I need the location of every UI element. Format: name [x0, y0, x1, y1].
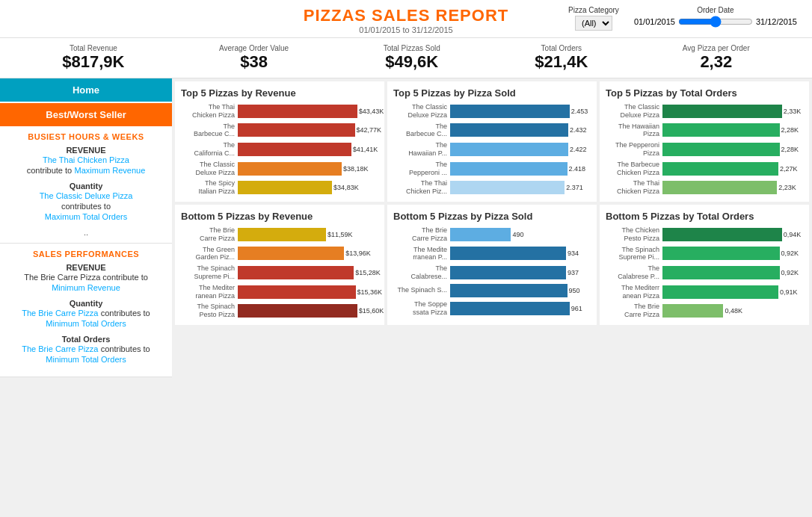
revenue-contrib-text: contribute to — [27, 166, 73, 175]
bar-label: The Barbecue Chicken Pizza — [606, 161, 659, 177]
bar-row: The Hawaiian P...2.422 — [393, 141, 591, 158]
bottom-revenue-card: Bottom 5 Pizzas by Revenue The Brie Carr… — [175, 205, 384, 325]
bar-fill — [450, 266, 566, 279]
top-sold-chart: The Classic Deluxe Pizza2.453The Barbecu… — [393, 103, 591, 196]
bar-fill — [238, 228, 326, 241]
metric-avg-pizza-per-order: Avg Pizza per Order2,32 — [683, 44, 750, 72]
bar-fill — [662, 266, 780, 279]
revenue-subtitle: REVENUE — [7, 146, 164, 155]
bar-fill — [662, 162, 778, 176]
bar-value: 950 — [568, 287, 579, 294]
bar-value: 0,91K — [780, 288, 798, 296]
bar-value: 2.422 — [570, 146, 587, 153]
bar-value: 2.371 — [566, 184, 583, 191]
bar-row: The Soppe ssata Pizza961 — [393, 300, 591, 317]
bar-row: The California C...$41,41K — [181, 141, 378, 158]
min-total-orders-link2[interactable]: Minimum Total Orders — [46, 355, 126, 364]
date-range-slider[interactable] — [678, 16, 753, 28]
header: PIZZAS SALES REPORT 01/01/2015 to 31/12/… — [0, 0, 812, 78]
top-sold-title: Top 5 Pizzas by Pizza Sold — [393, 87, 591, 99]
bar-value: 937 — [568, 269, 579, 276]
bar-value: 0,94K — [784, 231, 802, 238]
bar-label: The Soppe ssata Pizza — [393, 300, 447, 317]
sales-qty-pizza-link[interactable]: The Brie Carre Pizza — [22, 309, 98, 318]
top-revenue-title: Top 5 Pizzas by Revenue — [181, 87, 378, 99]
bar-fill — [238, 181, 332, 194]
bar-value: $43,43K — [359, 108, 384, 115]
top-orders-chart: The Classic Deluxe Pizza2,33KThe Hawaiia… — [606, 103, 803, 196]
revenue-pizza-link[interactable]: The Thai Chicken Pizza — [43, 155, 129, 164]
bar-label: The Barbecue C... — [393, 123, 447, 139]
bar-fill — [662, 143, 780, 156]
quantity-pizza-link[interactable]: The Classic Deluxe Pizza — [40, 191, 133, 200]
bar-fill — [662, 285, 778, 299]
bar-fill — [238, 123, 355, 137]
bar-value: 2.418 — [568, 165, 585, 173]
bar-value: $13,96K — [345, 250, 371, 257]
bar-value: 934 — [568, 250, 579, 257]
bar-value: $15,60K — [359, 307, 384, 315]
bar-label: The Thai Chicken Pizza — [606, 179, 659, 196]
bar-value: 2,27K — [780, 165, 798, 173]
date-start: 01/01/2015 — [634, 17, 675, 26]
bar-fill — [662, 181, 777, 194]
top-orders-title: Top 5 Pizzas by Total Orders — [606, 87, 803, 99]
top-revenue-chart: The Thai Chicken Pizza$43,43KThe Barbecu… — [181, 103, 378, 196]
bar-value: 2,23K — [778, 184, 796, 191]
min-revenue-link[interactable]: Minimum Revenue — [52, 283, 120, 292]
bar-fill — [662, 105, 782, 118]
metric-total-revenue: Total Revenue$817,9K — [62, 44, 124, 72]
bar-row: The Thai Chicken Piz...2.371 — [393, 179, 591, 196]
bar-fill — [450, 105, 570, 118]
bar-row: The Pepperoni ...2.418 — [393, 161, 591, 177]
best-worst-nav[interactable]: Best/Worst Seller — [0, 103, 172, 126]
bar-row: The Spinach Supreme Pi...0,92K — [606, 246, 803, 262]
bar-fill — [238, 143, 351, 156]
bar-row: The Mediter ranean Pizza$15,36K — [181, 284, 378, 300]
bar-fill — [450, 162, 568, 176]
bar-fill — [662, 123, 780, 137]
bar-fill — [238, 304, 357, 318]
max-orders-link[interactable]: Maximum Total Orders — [45, 212, 127, 221]
sales-rev-text: The Brie Carre Pizza contribute to — [24, 273, 148, 282]
bar-value: $11,59K — [327, 231, 353, 238]
bar-row: The Spicy Italian Pizza$34,83K — [181, 179, 378, 196]
top-revenue-card: Top 5 Pizzas by Revenue The Thai Chicken… — [175, 81, 384, 202]
date-end: 31/12/2015 — [756, 17, 797, 26]
bar-label: The Medite rranean P... — [393, 246, 447, 262]
bar-label: The Mediterr anean Pizza — [606, 284, 659, 300]
bar-label: The Spinach Pesto Pizza — [181, 303, 235, 319]
sales-qty-title: Quantity — [7, 299, 164, 308]
bar-fill — [450, 143, 568, 156]
bottom-sold-chart: The Brie Carre Pizza490The Medite rranea… — [393, 226, 591, 316]
bar-label: The Thai Chicken Pizza — [181, 103, 235, 120]
bar-label: The Spicy Italian Pizza — [181, 179, 235, 196]
home-nav[interactable]: Home — [0, 78, 172, 102]
bar-fill — [450, 284, 568, 297]
bar-row: The Classic Deluxe Pizza$38,18K — [181, 161, 378, 177]
max-revenue-link[interactable]: Maximum Revenue — [75, 166, 146, 175]
bar-label: The Calabrese... — [393, 264, 447, 281]
bar-label: The Spinach S... — [393, 286, 447, 294]
quantity-contrib-text: contributes to — [61, 202, 111, 211]
min-total-orders-link1[interactable]: Minimum Total Orders — [46, 319, 126, 328]
bar-row: The Thai Chicken Pizza2,23K — [606, 179, 803, 196]
sales-orders-title: Total Orders — [7, 335, 164, 344]
category-filter-select[interactable]: (All) — [575, 16, 612, 31]
bar-row: The Green Garden Piz...$13,96K — [181, 246, 378, 262]
sales-orders-pizza-link[interactable]: The Brie Carre Pizza — [22, 344, 98, 353]
bottom-revenue-title: Bottom 5 Pizzas by Revenue — [181, 211, 378, 222]
bar-label: The Pepperoni ... — [393, 161, 447, 177]
quantity-subtitle: Quantity — [7, 182, 164, 191]
bar-value: $42,77K — [356, 126, 381, 134]
bar-fill — [238, 162, 342, 176]
bar-row: The Pepperoni Pizza2,28K — [606, 141, 803, 158]
metric-total-pizzas-sold: Total Pizzas Sold$49,6K — [384, 44, 440, 72]
sidebar: Home Best/Worst Seller BUSIEST HOURS & W… — [0, 78, 172, 377]
bottom-charts-row: Bottom 5 Pizzas by Revenue The Brie Carr… — [175, 205, 809, 325]
bar-fill — [238, 247, 344, 260]
bottom-sold-card: Bottom 5 Pizzas by Pizza Sold The Brie C… — [387, 205, 597, 325]
bar-row: The Brie Carre Pizza490 — [393, 226, 591, 243]
bottom-sold-title: Bottom 5 Pizzas by Pizza Sold — [393, 211, 591, 222]
charts-area: Top 5 Pizzas by Revenue The Thai Chicken… — [172, 78, 812, 377]
